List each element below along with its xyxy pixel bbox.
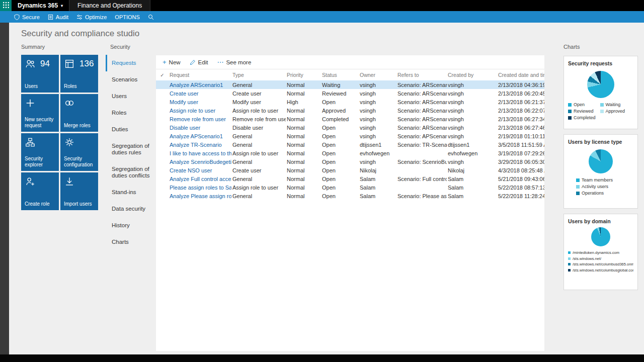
nav-item-users[interactable]: Users [106,88,153,105]
column-header-request[interactable]: Request [169,72,231,78]
request-link[interactable]: Create NSO user [169,167,231,173]
table-row-analyze-apscenario1[interactable]: Analyze APScenario1 General Normal Open … [156,132,544,140]
column-header-owner[interactable]: Owner [359,72,396,78]
users-by-domain-pie-chart[interactable] [591,227,610,246]
refers-to-cell: Scenario: ARScenario [396,108,447,114]
column-header-created-by[interactable]: Created by [447,72,497,78]
request-link[interactable]: Analyze ARScenario1 [169,82,231,88]
tile-new-security-request[interactable]: New security request [21,94,59,132]
waffle-icon [3,2,9,10]
table-row-create-user[interactable]: Create user Create user Normal Reviewed … [156,89,544,98]
column-header-refers-to[interactable]: Refers to [396,72,447,78]
legend-label: /sts.windows.net/columbusglobal.com... [573,268,633,273]
grid-header-row: ✓ Request Type Priority Status Owner Ref… [156,69,544,80]
nav-item-data-security[interactable]: Data security [106,201,153,217]
created-by-cell: Nikolaj [447,167,497,173]
column-header-status[interactable]: Status [321,72,359,78]
nav-item-segregation-of-duties-conflicts[interactable]: Segregation of duties conflicts [106,161,153,184]
column-header-created-date-and-time[interactable]: Created date and time [497,72,544,78]
request-link[interactable]: Create user [169,90,231,97]
legend-swatch [576,192,580,195]
secure-label: Secure [22,14,40,20]
app-launcher-button[interactable] [0,0,12,11]
priority-cell: High [286,99,321,105]
table-row-create-nso-user[interactable]: Create NSO user Create user Normal Open … [156,166,544,174]
table-row-analyze-arscenario1[interactable]: Analyze ARScenario1 General Normal Waiti… [156,80,544,89]
request-link[interactable]: Please assign roles to Salam [169,185,231,191]
request-link[interactable]: Disable user [169,125,231,131]
edit-button[interactable]: Edit [190,59,208,65]
request-link[interactable]: I like to have access to the... [169,150,231,156]
nav-item-history[interactable]: History [106,217,153,234]
request-link[interactable]: Analyze ScenrioBudegeting [169,159,231,165]
options-menu-button[interactable]: OPTIONS [115,14,140,20]
column-header-type[interactable]: Type [231,72,286,78]
tile-merge-roles[interactable]: Merge roles [60,94,98,132]
summary-tiles: 94 Users 136 Roles [21,55,102,210]
tile-security-configuration[interactable]: Security configuration [60,133,98,171]
refers-to-cell: Scenario: APScenario1 [396,133,447,139]
request-link[interactable]: Analyze TR-Scenario [169,142,231,148]
merge-icon [64,98,75,109]
created-date-cell: 3/5/2018 11:51:59 A [497,142,544,148]
search-button[interactable] [148,14,154,20]
tile-create-role[interactable]: Create role [21,172,59,210]
request-link[interactable]: Analyze Please assign role... [169,193,231,199]
table-row-please-assign-roles-to-salam[interactable]: Please assign roles to Salam Assign role… [156,183,544,192]
app-tab-finance-and-operations[interactable]: Finance and Operations [69,0,150,11]
nav-item-requests[interactable]: Requests [106,55,153,71]
status-cell: Open [321,167,359,173]
summary-section-label: Summary [21,44,102,50]
request-link[interactable]: Analyze APScenario1 [169,133,231,139]
nav-item-charts[interactable]: Charts [106,234,153,250]
table-row-i-like-to-have-access-to-the[interactable]: I like to have access to the... Assign r… [156,149,544,157]
table-row-analyze-scenriobudegeting[interactable]: Analyze ScenrioBudegeting General Normal… [156,157,544,166]
table-row-remove-role-from-user[interactable]: Remove role from user Remove role from u… [156,115,544,123]
security-requests-pie-chart[interactable] [587,71,614,98]
tile-import-users[interactable]: Import users [60,172,98,210]
nav-item-segregation-of-duties-rules[interactable]: Segregation of duties rules [106,138,153,161]
request-link[interactable]: Remove role from user [169,116,231,122]
legend-label: Team members [582,177,613,183]
column-header-priority[interactable]: Priority [286,72,321,78]
select-all-checkmark-icon[interactable]: ✓ [156,72,169,78]
legend-swatch [600,110,604,113]
table-row-analyze-please-assign-role[interactable]: Analyze Please assign role... General No… [156,192,544,200]
table-row-analyze-full-control-acces[interactable]: Analyze Full control acces... General No… [156,174,544,183]
page-title: Security and compliance studio [21,29,139,39]
users-by-license-type-pie-chart[interactable] [589,149,613,173]
nav-item-stand-ins[interactable]: Stand-ins [106,184,153,201]
owner-cell: dtijssen1 [359,142,396,148]
nav-item-roles[interactable]: Roles [106,105,153,121]
legend-label: Operations [582,191,604,196]
table-row-assign-role-to-user[interactable]: Assign role to user Assign role to user … [156,106,544,115]
priority-cell: Normal [286,193,321,199]
optimize-menu-button[interactable]: Optimize [76,14,107,20]
priority-cell: Normal [286,90,321,97]
new-button[interactable]: + New [163,59,181,65]
tile-security-explorer[interactable]: Security explorer [21,133,59,171]
secure-menu-button[interactable]: Secure [14,14,40,20]
grid-body: Analyze ARScenario1 General Normal Waiti… [156,80,544,200]
created-date-cell: 3/19/2018 07:29:26 P [497,150,544,156]
dynamics-365-menu-button[interactable]: Dynamics 365 ▾ [12,0,69,11]
optimize-label: Optimize [85,14,107,20]
table-row-modify-user[interactable]: Modify user Modify user High Open vsingh… [156,98,544,106]
type-cell: General [231,82,286,88]
table-row-analyze-tr-scenario[interactable]: Analyze TR-Scenario General Normal Open … [156,140,544,149]
search-icon [148,14,154,20]
request-link[interactable]: Assign role to user [169,108,231,114]
grid-toolbar: + New Edit ⋯ See more [156,55,544,69]
request-link[interactable]: Analyze Full control acces... [169,176,231,182]
table-row-disable-user[interactable]: Disable user Disable user Normal Open vs… [156,123,544,132]
nav-item-duties[interactable]: Duties [106,121,153,138]
request-link[interactable]: Modify user [169,99,231,105]
chart-legend: Open Waiting Reviewed Approved [568,102,633,120]
tile-roles[interactable]: 136 Roles [60,55,98,93]
legend-item-reviewed: Reviewed [568,109,596,114]
owner-cell: vsingh [359,99,396,105]
see-more-button[interactable]: ⋯ See more [217,59,251,65]
nav-item-scenarios[interactable]: Scenarios [106,71,153,88]
tile-users[interactable]: 94 Users [21,55,59,93]
audit-menu-button[interactable]: Audit [48,14,68,20]
